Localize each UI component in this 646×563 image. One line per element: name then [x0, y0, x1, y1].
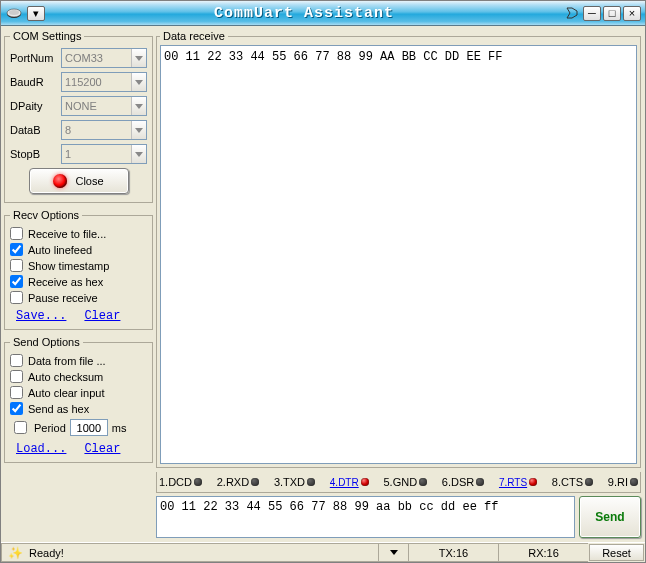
status-led-icon — [53, 174, 67, 188]
status-ready: Ready! — [29, 547, 64, 559]
recv-check-4[interactable]: Pause receive — [10, 291, 147, 304]
chevron-down-icon — [131, 121, 146, 139]
send-check-2[interactable]: Auto clear input — [10, 386, 147, 399]
recv-save-link[interactable]: Save... — [16, 309, 66, 323]
left-panel: COM Settings PortNum COM33 BaudR 115200 … — [1, 26, 156, 542]
dpaity-combo[interactable]: NONE — [61, 96, 147, 116]
send-checkbox-2[interactable] — [10, 386, 23, 399]
signal-label: 8.CTS — [552, 476, 583, 488]
signal-6-DSR: 6.DSR — [442, 476, 484, 488]
send-check-3[interactable]: Send as hex — [10, 402, 147, 415]
minimize-button[interactable]: ─ — [583, 6, 601, 21]
right-panel: Data receive 00 11 22 33 44 55 66 77 88 … — [156, 26, 645, 542]
stopb-label: StopB — [10, 148, 58, 160]
signal-strip: 1.DCD2.RXD3.TXD4.DTR5.GND6.DSR7.RTS8.CTS… — [156, 472, 641, 493]
chevron-down-icon — [131, 97, 146, 115]
recv-check-0[interactable]: Receive to file... — [10, 227, 147, 240]
datab-combo[interactable]: 8 — [61, 120, 147, 140]
status-rx: RX:16 — [498, 543, 588, 562]
wand-icon: ✨ — [8, 546, 23, 560]
recv-options-legend: Recv Options — [10, 209, 82, 221]
close-port-label: Close — [75, 175, 103, 187]
send-check-label: Auto checksum — [28, 371, 103, 383]
recv-check-label: Receive to file... — [28, 228, 106, 240]
recv-check-label: Show timestamp — [28, 260, 109, 272]
led-icon — [476, 478, 484, 486]
app-icon — [5, 6, 23, 21]
signal-3-TXD: 3.TXD — [274, 476, 315, 488]
led-icon — [361, 478, 369, 486]
led-icon — [630, 478, 638, 486]
period-input[interactable] — [70, 419, 108, 436]
stopb-combo[interactable]: 1 — [61, 144, 147, 164]
period-label: Period — [34, 422, 66, 434]
send-check-1[interactable]: Auto checksum — [10, 370, 147, 383]
com-settings-legend: COM Settings — [10, 30, 84, 42]
signal-9-RI: 9.RI — [608, 476, 638, 488]
signal-label[interactable]: 4.DTR — [330, 477, 359, 488]
send-check-label: Auto clear input — [28, 387, 104, 399]
period-checkbox[interactable] — [14, 421, 27, 434]
recv-checkbox-4[interactable] — [10, 291, 23, 304]
recv-checkbox-1[interactable] — [10, 243, 23, 256]
baudr-combo[interactable]: 115200 — [61, 72, 147, 92]
led-icon — [419, 478, 427, 486]
signal-7-RTS[interactable]: 7.RTS — [499, 477, 537, 488]
portnum-combo[interactable]: COM33 — [61, 48, 147, 68]
send-load-link[interactable]: Load... — [16, 442, 66, 456]
recv-checkbox-3[interactable] — [10, 275, 23, 288]
send-options-legend: Send Options — [10, 336, 83, 348]
datab-label: DataB — [10, 124, 58, 136]
maximize-button[interactable]: □ — [603, 6, 621, 21]
send-checkbox-3[interactable] — [10, 402, 23, 415]
send-check-label: Send as hex — [28, 403, 89, 415]
period-unit: ms — [112, 422, 127, 434]
close-window-button[interactable]: × — [623, 6, 641, 21]
recv-check-label: Receive as hex — [28, 276, 103, 288]
signal-label: 2.RXD — [217, 476, 249, 488]
status-tx: TX:16 — [408, 543, 498, 562]
signal-4-DTR[interactable]: 4.DTR — [330, 477, 369, 488]
signal-label[interactable]: 7.RTS — [499, 477, 527, 488]
signal-label: 5.GND — [383, 476, 417, 488]
statusbar: ✨ Ready! TX:16 RX:16 Reset — [1, 542, 645, 562]
data-receive-textarea[interactable]: 00 11 22 33 44 55 66 77 88 99 AA BB CC D… — [160, 45, 637, 464]
send-button[interactable]: Send — [579, 496, 641, 538]
signal-label: 6.DSR — [442, 476, 474, 488]
recv-check-2[interactable]: Show timestamp — [10, 259, 147, 272]
recv-check-3[interactable]: Receive as hex — [10, 275, 147, 288]
recv-check-1[interactable]: Auto linefeed — [10, 243, 147, 256]
data-receive-legend: Data receive — [160, 30, 228, 42]
recv-clear-link[interactable]: Clear — [84, 309, 120, 323]
signal-label: 3.TXD — [274, 476, 305, 488]
recv-checkbox-2[interactable] — [10, 259, 23, 272]
send-check-label: Data from file ... — [28, 355, 106, 367]
signal-label: 9.RI — [608, 476, 628, 488]
led-icon — [194, 478, 202, 486]
send-checkbox-0[interactable] — [10, 354, 23, 367]
status-menu-button[interactable] — [378, 543, 408, 562]
recv-check-label: Auto linefeed — [28, 244, 92, 256]
send-options-group: Send Options Data from file ...Auto chec… — [4, 336, 153, 463]
recv-check-label: Pause receive — [28, 292, 98, 304]
titlebar: ▾ CommUart Assistant ─ □ × — [1, 1, 645, 26]
portnum-label: PortNum — [10, 52, 58, 64]
recv-checkbox-0[interactable] — [10, 227, 23, 240]
send-check-0[interactable]: Data from file ... — [10, 354, 147, 367]
close-port-button[interactable]: Close — [29, 168, 129, 194]
window-title: CommUart Assistant — [45, 5, 563, 22]
pin-icon[interactable] — [563, 6, 581, 21]
data-receive-group: Data receive 00 11 22 33 44 55 66 77 88 … — [156, 30, 641, 468]
recv-options-group: Recv Options Receive to file...Auto line… — [4, 209, 153, 330]
send-input[interactable] — [156, 496, 575, 538]
signal-8-CTS: 8.CTS — [552, 476, 593, 488]
dpaity-label: DPaity — [10, 100, 58, 112]
title-menu-button[interactable]: ▾ — [27, 6, 45, 21]
send-checkbox-1[interactable] — [10, 370, 23, 383]
baudr-label: BaudR — [10, 76, 58, 88]
reset-button[interactable]: Reset — [589, 544, 644, 561]
signal-label: 1.DCD — [159, 476, 192, 488]
led-icon — [251, 478, 259, 486]
send-clear-link[interactable]: Clear — [84, 442, 120, 456]
signal-5-GND: 5.GND — [383, 476, 427, 488]
